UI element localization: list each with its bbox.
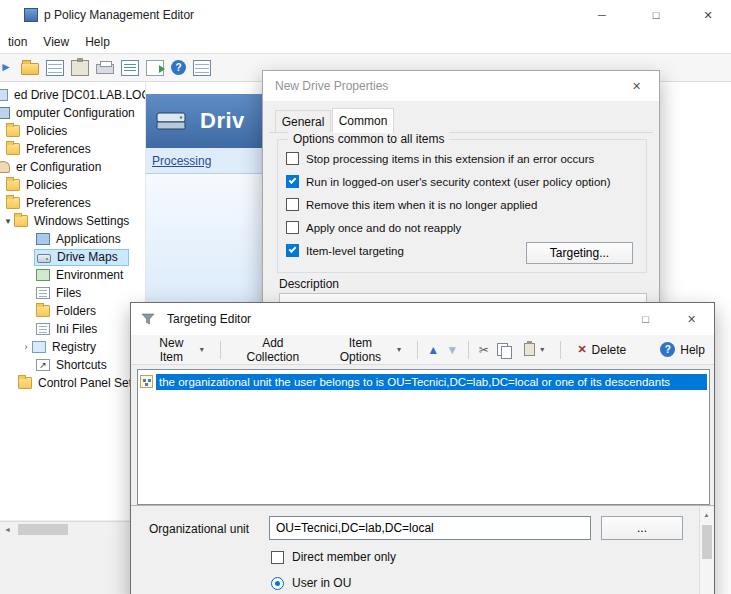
option-label[interactable]: Remove this item when it is no longer ap… <box>306 199 537 211</box>
scroll-left-icon[interactable]: ◄ <box>0 522 15 536</box>
tree-item-drive-maps[interactable]: Drive Maps <box>0 248 145 266</box>
option-label[interactable]: Stop processing items in this extension … <box>306 153 594 165</box>
tree-item-environment[interactable]: Environment <box>0 266 145 284</box>
scrollbar-thumb[interactable] <box>18 524 68 535</box>
targeting-item-row[interactable]: the organizational unit the user belongs… <box>140 372 707 391</box>
tree-item-label[interactable]: Environment <box>54 268 125 282</box>
tree-item-label[interactable]: Ini Files <box>54 322 99 336</box>
move-up-icon[interactable]: ▲ <box>425 343 442 357</box>
tree-item-label[interactable]: Registry <box>50 340 98 354</box>
chevron-collapsed-icon[interactable]: › <box>20 342 32 352</box>
grid-icon[interactable] <box>193 60 211 76</box>
tree-item-shortcuts[interactable]: ↗ Shortcuts <box>0 356 145 374</box>
cut-icon[interactable]: ✂ <box>476 343 493 357</box>
option-stop-processing[interactable]: Stop processing items in this extension … <box>286 152 594 165</box>
copy-icon[interactable] <box>497 343 510 357</box>
direct-member-only-option[interactable]: Direct member only <box>271 550 396 564</box>
help-button[interactable]: ? Help <box>651 337 714 362</box>
move-down-icon[interactable]: ▼ <box>444 343 461 357</box>
maximize-icon[interactable]: □ <box>623 303 668 335</box>
tree-item-registry[interactable]: › Registry <box>0 338 145 356</box>
tree-item-label[interactable]: Files <box>54 286 83 300</box>
checkbox-unchecked[interactable] <box>286 198 299 211</box>
clipboard-icon[interactable] <box>71 60 89 76</box>
tree-item-computer-configuration[interactable]: omputer Configuration <box>0 104 145 122</box>
tree-item-label[interactable]: Windows Settings <box>32 214 131 228</box>
checkbox-checked[interactable] <box>286 175 299 188</box>
help-icon[interactable]: ? <box>171 60 186 75</box>
tab-general[interactable]: General <box>275 110 331 133</box>
tree-item-label[interactable]: ed Drive [DC01.LAB.LOCA <box>12 88 146 102</box>
drive-dialog-title-bar[interactable]: New Drive Properties ✕ <box>263 71 659 101</box>
panel-vertical-scrollbar[interactable]: ▴ <box>699 507 713 594</box>
add-collection-button[interactable]: Add Collection <box>228 331 318 369</box>
browse-button[interactable]: ... <box>601 516 683 540</box>
tree-item-label[interactable]: Applications <box>54 232 123 246</box>
tree-item-user-configuration[interactable]: er Configuration <box>0 158 145 176</box>
checkbox-unchecked[interactable] <box>286 221 299 234</box>
tree-item-label[interactable]: Policies <box>24 124 69 138</box>
tab-common[interactable]: Common <box>332 108 394 133</box>
tree-item-ini-files[interactable]: Ini Files <box>0 320 145 338</box>
chevron-expanded-icon[interactable]: ▾ <box>2 216 14 226</box>
minimize-button[interactable]: ─ <box>579 0 625 30</box>
folder-icon[interactable] <box>21 63 39 75</box>
user-in-ou-option[interactable]: User in OU <box>271 576 351 590</box>
export-list-icon[interactable] <box>146 60 164 76</box>
processing-link[interactable]: Processing <box>152 154 211 168</box>
maximize-button[interactable]: □ <box>633 0 679 30</box>
tree-item-label[interactable]: omputer Configuration <box>14 106 137 120</box>
tree-horizontal-scrollbar[interactable]: ◄ ► <box>0 521 146 536</box>
tree-item-files[interactable]: Files <box>0 284 145 302</box>
scrollbar-thumb[interactable] <box>702 525 712 559</box>
tree-item-folders[interactable]: Folders <box>0 302 145 320</box>
checkbox-unchecked[interactable] <box>286 152 299 165</box>
close-button[interactable]: ✕ <box>685 0 731 30</box>
organizational-unit-input[interactable] <box>269 516 591 540</box>
show-list-icon[interactable] <box>46 60 64 76</box>
new-item-button[interactable]: New Item ▾ <box>139 331 213 369</box>
tree-item-policies[interactable]: Policies <box>0 122 145 140</box>
tree-item-label[interactable]: Preferences <box>24 142 93 156</box>
radio-selected[interactable] <box>271 577 284 590</box>
delete-button[interactable]: ✕ Delete <box>568 338 635 362</box>
option-item-level-targeting[interactable]: Item-level targeting <box>286 244 404 257</box>
tree-item-preferences-user[interactable]: Preferences <box>0 194 145 212</box>
targeting-item-text[interactable]: the organizational unit the user belongs… <box>156 374 707 390</box>
tree-item-label[interactable]: Control Panel Sett <box>36 376 137 390</box>
tree-item-windows-settings[interactable]: ▾ Windows Settings <box>0 212 145 230</box>
tree-item-policies-user[interactable]: Policies <box>0 176 145 194</box>
option-apply-once[interactable]: Apply once and do not reapply <box>286 221 461 234</box>
tree-item-label[interactable]: er Configuration <box>14 160 103 174</box>
menu-help[interactable]: Help <box>77 32 118 52</box>
user-in-ou-label[interactable]: User in OU <box>292 576 351 590</box>
tree-item-label[interactable]: Shortcuts <box>54 358 109 372</box>
tree-item-label[interactable]: Policies <box>24 178 69 192</box>
tree-item-gpo[interactable]: ed Drive [DC01.LAB.LOCA <box>0 86 145 104</box>
targeting-title-bar[interactable]: Targeting Editor □ ✕ <box>131 303 714 335</box>
menu-view[interactable]: View <box>35 32 77 52</box>
back-icon[interactable]: ► <box>0 60 14 76</box>
scroll-up-icon[interactable]: ▴ <box>700 508 713 522</box>
tree-item-control-panel-settings[interactable]: Control Panel Sett <box>0 374 145 392</box>
main-title-bar[interactable]: p Policy Management Editor ─ □ ✕ <box>0 0 731 30</box>
targeting-button[interactable]: Targeting... <box>526 242 633 264</box>
option-remove-item[interactable]: Remove this item when it is no longer ap… <box>286 198 537 211</box>
paste-button[interactable]: ▾ <box>515 338 553 361</box>
option-label[interactable]: Apply once and do not reapply <box>306 222 461 234</box>
close-icon[interactable]: ✕ <box>669 303 714 335</box>
tree-item-label[interactable]: Drive Maps <box>55 250 120 264</box>
tree-item-preferences[interactable]: Preferences <box>0 140 145 158</box>
refresh-doc-icon[interactable] <box>121 60 139 76</box>
item-options-button[interactable]: Item Options ▾ <box>320 331 410 369</box>
tree-item-applications[interactable]: Applications <box>0 230 145 248</box>
tree-item-label[interactable]: Preferences <box>24 196 93 210</box>
close-icon[interactable]: ✕ <box>614 71 659 101</box>
option-run-logged-on[interactable]: Run in logged-on user's security context… <box>286 175 611 188</box>
printer-icon[interactable] <box>96 64 114 74</box>
option-label[interactable]: Run in logged-on user's security context… <box>306 176 611 188</box>
direct-member-only-label[interactable]: Direct member only <box>292 550 396 564</box>
option-label[interactable]: Item-level targeting <box>306 245 404 257</box>
targeting-items-list[interactable]: the organizational unit the user belongs… <box>137 369 710 505</box>
checkbox-unchecked[interactable] <box>271 551 284 564</box>
